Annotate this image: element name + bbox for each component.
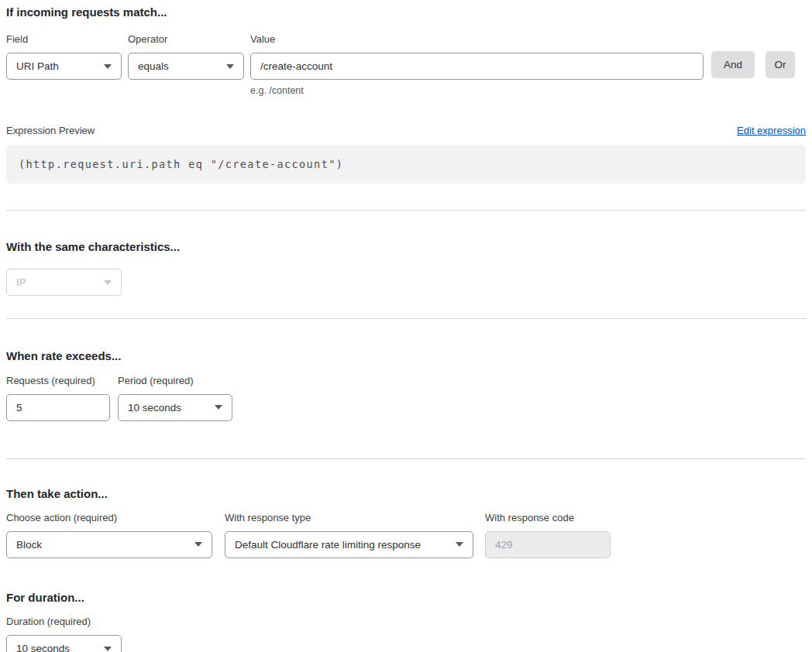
response-type-select[interactable]: Default Cloudflare rate limiting respons… xyxy=(225,531,473,558)
match-section-heading: If incoming requests match... xyxy=(6,0,806,19)
response-type-select-value: Default Cloudflare rate limiting respons… xyxy=(235,539,421,551)
chevron-down-icon xyxy=(456,542,463,547)
choose-action-label: Choose action (required) xyxy=(6,513,212,524)
edit-expression-link[interactable]: Edit expression xyxy=(737,125,806,136)
period-select-value: 10 seconds xyxy=(128,402,181,414)
operator-label: Operator xyxy=(128,34,244,46)
duration-select-value: 10 seconds xyxy=(16,643,70,652)
period-group: Period (required) 10 seconds xyxy=(118,376,232,421)
field-select[interactable]: URI Path xyxy=(6,53,122,80)
and-button[interactable]: And xyxy=(711,51,755,78)
choose-action-select[interactable]: Block xyxy=(6,531,212,558)
response-type-group: With response type Default Cloudflare ra… xyxy=(225,513,473,558)
requests-input[interactable] xyxy=(6,394,110,421)
characteristic-select-value: IP xyxy=(16,276,26,288)
chevron-down-icon xyxy=(194,542,202,547)
operator-select[interactable]: equals xyxy=(128,53,244,80)
expression-preview-label: Expression Preview xyxy=(6,125,95,136)
response-type-label: With response type xyxy=(225,513,473,524)
or-button[interactable]: Or xyxy=(766,51,795,78)
response-code-label: With response code xyxy=(485,513,611,524)
period-select[interactable]: 10 seconds xyxy=(118,394,232,421)
choose-action-select-value: Block xyxy=(16,539,42,551)
rate-section-heading: When rate exceeds... xyxy=(6,349,806,362)
expression-text: (http.request.uri.path eq "/create-accou… xyxy=(19,158,343,170)
section-divider xyxy=(6,458,806,459)
value-group: Value e.g. /content xyxy=(250,34,704,96)
field-select-value: URI Path xyxy=(16,60,59,72)
section-divider xyxy=(6,210,806,211)
requests-group: Requests (required) xyxy=(6,376,110,421)
characteristic-select: IP xyxy=(6,269,122,296)
characteristics-section-heading: With the same characteristics... xyxy=(6,240,806,253)
duration-section-heading: For duration... xyxy=(6,591,806,604)
value-hint: e.g. /content xyxy=(250,85,704,96)
match-controls-row: Field URI Path Operator equals Value e.g… xyxy=(6,34,806,96)
chevron-down-icon xyxy=(226,64,234,69)
chevron-down-icon xyxy=(104,647,112,651)
rate-controls-row: Requests (required) Period (required) 10… xyxy=(6,376,806,421)
section-divider xyxy=(6,318,806,319)
value-input[interactable] xyxy=(250,53,704,80)
action-section-heading: Then take action... xyxy=(6,487,806,500)
field-group: Field URI Path xyxy=(6,34,122,80)
expression-preview-row: Expression Preview Edit expression xyxy=(6,125,806,136)
operator-select-value: equals xyxy=(138,60,169,72)
requests-label: Requests (required) xyxy=(6,376,110,387)
response-code-group: With response code xyxy=(485,513,611,558)
chevron-down-icon xyxy=(104,280,112,285)
response-code-input xyxy=(485,531,611,558)
expression-preview-box: (http.request.uri.path eq "/create-accou… xyxy=(6,145,806,184)
duration-label: Duration (required) xyxy=(6,616,122,628)
field-label: Field xyxy=(6,34,122,46)
chevron-down-icon xyxy=(215,405,222,410)
duration-select[interactable]: 10 seconds xyxy=(6,635,122,652)
rate-limiting-rule-form: If incoming requests match... Field URI … xyxy=(0,0,812,652)
choose-action-group: Choose action (required) Block xyxy=(6,513,212,558)
value-label: Value xyxy=(250,34,704,46)
action-controls-row: Choose action (required) Block With resp… xyxy=(6,513,806,558)
chevron-down-icon xyxy=(104,64,112,69)
operator-group: Operator equals xyxy=(128,34,244,80)
duration-group: Duration (required) 10 seconds xyxy=(6,616,122,652)
period-label: Period (required) xyxy=(118,376,232,387)
